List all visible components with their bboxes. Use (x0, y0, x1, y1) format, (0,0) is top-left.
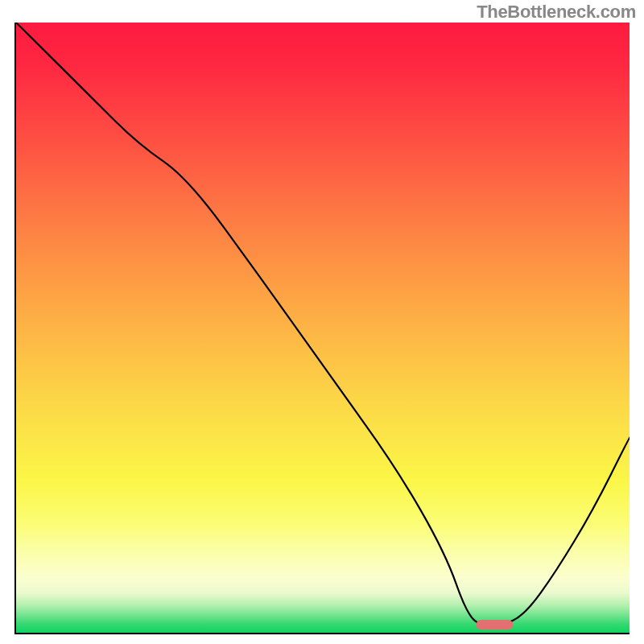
watermark-text: TheBottleneck.com (477, 2, 636, 23)
plot-svg (16, 23, 630, 633)
plot-area (14, 23, 630, 634)
chart-container: TheBottleneck.com (0, 0, 644, 644)
optimum-marker (477, 620, 514, 630)
